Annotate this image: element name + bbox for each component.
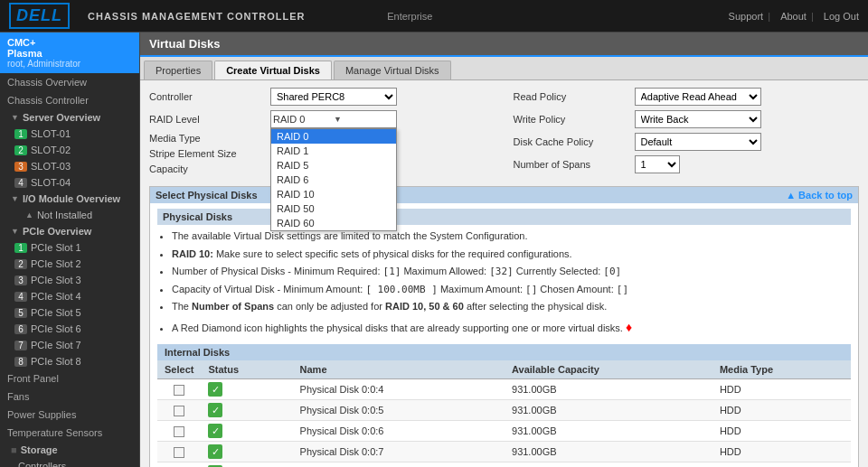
raid-option-10[interactable]: RAID 10: [271, 187, 396, 201]
header: DELL CHASSIS MANAGEMENT CONTROLLER Enter…: [0, 0, 868, 33]
pcie-badge-8: 8: [14, 357, 27, 367]
sidebar-item-chassis-overview[interactable]: Chassis Overview: [0, 73, 139, 91]
sidebar-item-pcie-slot-2[interactable]: 2 PCIe Slot 2: [0, 256, 139, 272]
disk-status-icon-1: ✓: [208, 403, 222, 417]
username-label: root, Administrator: [7, 59, 132, 69]
disk-checkbox-cell: [157, 379, 201, 400]
note-2: RAID 10: Make sure to select specific se…: [172, 247, 851, 263]
pcie-badge-3: 3: [14, 276, 27, 285]
sidebar-item-storage[interactable]: ■ Storage: [0, 442, 139, 458]
read-policy-label: Read Policy: [514, 91, 631, 102]
sidebar-item-front-panel[interactable]: Front Panel: [0, 369, 139, 388]
sidebar-item-pcie-overview[interactable]: ▼ PCIe Overview: [0, 223, 139, 239]
support-link[interactable]: Support: [729, 11, 764, 22]
controller-label: Controller: [149, 91, 267, 102]
write-policy-label: Write Policy: [514, 114, 631, 125]
select-physical-disks-section: Select Physical Disks ▲ Back to top Phys…: [149, 186, 859, 467]
sidebar-item-pcie-slot-3[interactable]: 3 PCIe Slot 3: [0, 272, 139, 288]
disk-name-1: Physical Disk 0:0:5: [293, 400, 505, 421]
form-section: Controller Shared PERC8 RAID Level RAID …: [149, 88, 859, 179]
note-6: A Red Diamond icon highlights the physic…: [172, 317, 851, 337]
sidebar-item-temp-sensors[interactable]: Temperature Sensors: [0, 424, 139, 442]
pcie-badge-1: 1: [14, 243, 27, 253]
col-status: Status: [201, 360, 292, 379]
content-area: Controller Shared PERC8 RAID Level RAID …: [140, 80, 868, 467]
disk-checkbox-cell: [157, 400, 201, 421]
dell-logo: DELL: [9, 3, 70, 29]
disk-name-0: Physical Disk 0:0:4: [293, 379, 505, 400]
sidebar-item-slot-01[interactable]: 1 SLOT-01: [0, 126, 139, 142]
sidebar-item-pcie-slot-1[interactable]: 1 PCIe Slot 1: [0, 239, 139, 256]
sidebar-item-server-overview[interactable]: ▼ Server Overview: [0, 109, 139, 126]
sidebar-item-pcie-slot-7[interactable]: 7 PCIe Slot 7: [0, 337, 139, 353]
tab-manage-virtual-disks[interactable]: Manage Virtual Disks: [334, 61, 451, 79]
sidebar-item-io-overview[interactable]: ▼ I/O Module Overview: [0, 191, 139, 207]
raid-level-input[interactable]: RAID 0 ▼: [270, 110, 397, 128]
disk-media-2: HDD: [712, 421, 851, 442]
sidebar-item-chassis-controller[interactable]: Chassis Controller: [0, 91, 139, 109]
sidebar-item-pcie-slot-6[interactable]: 6 PCIe Slot 6: [0, 321, 139, 337]
sidebar-item-fans[interactable]: Fans: [0, 388, 139, 406]
table-row: ✓ Physical Disk 0:0:4 931.00GB HDD: [157, 379, 851, 400]
col-media: Media Type: [712, 360, 851, 379]
disk-checkbox-0[interactable]: [174, 385, 184, 396]
disk-checkbox-1[interactable]: [174, 406, 184, 416]
table-row: ✓ Physical Disk 0:0:5 931.00GB HDD: [157, 400, 851, 421]
disk-checkbox-3[interactable]: [174, 447, 184, 458]
logout-link[interactable]: Log Out: [824, 11, 859, 22]
about-link[interactable]: About: [780, 11, 807, 22]
sidebar-item-not-installed[interactable]: ▲ Not Installed: [0, 207, 139, 223]
select-disks-title: Select Physical Disks: [156, 190, 258, 201]
media-type-label: Media Type: [149, 133, 267, 144]
table-row: ✓ Physical Disk 0:0:6 931.00GB HDD: [157, 421, 851, 442]
pcie-badge-4: 4: [14, 292, 27, 302]
disk-capacity-1: 931.00GB: [505, 400, 712, 421]
sidebar-item-slot-03[interactable]: 3 SLOT-03: [0, 158, 139, 174]
raid-option-0[interactable]: RAID 0: [271, 129, 396, 144]
tab-create-virtual-disks[interactable]: Create Virtual Disks: [214, 61, 332, 79]
raid-option-6[interactable]: RAID 6: [271, 173, 396, 187]
disk-media-0: HDD: [712, 379, 851, 400]
pcie-badge-6: 6: [14, 324, 27, 334]
write-policy-select[interactable]: Write Back: [635, 110, 761, 128]
page-title: Virtual Disks: [140, 33, 868, 57]
disk-name-2: Physical Disk 0:0:6: [293, 421, 505, 442]
num-spans-select[interactable]: 1: [635, 155, 680, 173]
raid-level-field: RAID 0 ▼ RAID 0 RAID 1 RAID 5 RAID 6 RAI…: [270, 110, 397, 128]
sidebar-item-pcie-slot-5[interactable]: 5 PCIe Slot 5: [0, 304, 139, 321]
raid-dropdown-list: RAID 0 RAID 1 RAID 5 RAID 6 RAID 10 RAID…: [270, 128, 397, 231]
raid-option-60[interactable]: RAID 60: [271, 216, 396, 230]
notes-area: The available Virtual Disk settings are …: [157, 229, 851, 337]
pcie-badge-7: 7: [14, 341, 27, 350]
tab-properties[interactable]: Properties: [144, 61, 212, 79]
sidebar-item-controllers[interactable]: Controllers: [0, 458, 139, 467]
disk-checkbox-cell: [157, 442, 201, 462]
disk-status-0: ✓: [201, 379, 292, 400]
form-right-col: Read Policy Adaptive Read Ahead Write Po…: [514, 88, 860, 179]
raid-option-5[interactable]: RAID 5: [271, 158, 396, 173]
raid-level-value: RAID 0: [273, 114, 334, 125]
header-links: Support | About | Log Out: [723, 11, 859, 22]
capacity-label: Capacity: [149, 163, 267, 174]
read-policy-select[interactable]: Adaptive Read Ahead: [635, 88, 761, 106]
disk-cache-select[interactable]: Default: [635, 133, 761, 151]
slot-badge-4: 4: [14, 178, 27, 188]
sidebar-item-pcie-slot-8[interactable]: 8 PCIe Slot 8: [0, 353, 139, 369]
disk-checkbox-2[interactable]: [174, 426, 184, 437]
write-policy-row: Write Policy Write Back: [514, 110, 860, 128]
note-4: Capacity of Virtual Disk - Minimum Amoun…: [172, 282, 851, 298]
table-row: ✓ Physical Disk 0:0:7 931.00GB HDD: [157, 442, 851, 462]
disk-table-header-row: Select Status Name Available Capacity Me…: [157, 360, 851, 379]
sidebar: CMC+ Plasma root, Administrator Chassis …: [0, 33, 140, 467]
raid-option-50[interactable]: RAID 50: [271, 201, 396, 216]
sidebar-item-pcie-slot-4[interactable]: 4 PCIe Slot 4: [0, 288, 139, 304]
disk-media-3: HDD: [712, 442, 851, 462]
sidebar-item-power-supplies[interactable]: Power Supplies: [0, 406, 139, 424]
sidebar-item-slot-02[interactable]: 2 SLOT-02: [0, 142, 139, 158]
back-to-top-link[interactable]: ▲ Back to top: [786, 190, 853, 201]
controller-select[interactable]: Shared PERC8: [270, 88, 397, 106]
sidebar-item-slot-04[interactable]: 4 SLOT-04: [0, 174, 139, 191]
write-policy-field: Write Back: [635, 110, 761, 128]
read-policy-row: Read Policy Adaptive Read Ahead: [514, 88, 860, 106]
raid-option-1[interactable]: RAID 1: [271, 144, 396, 158]
